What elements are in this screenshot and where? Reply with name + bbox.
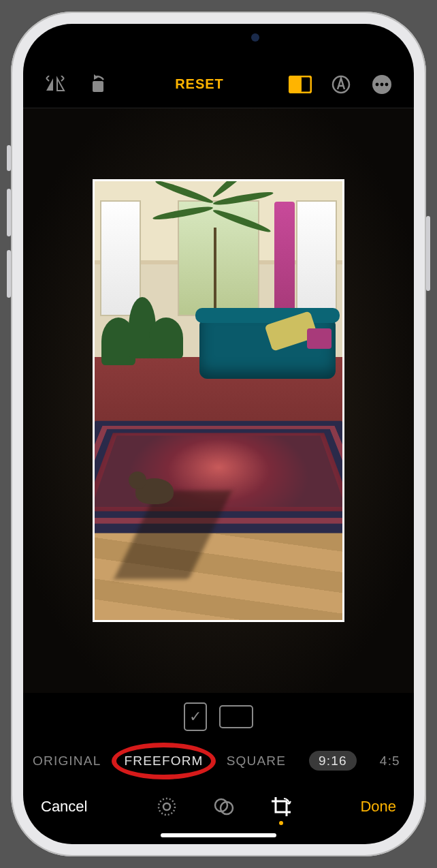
crop-handle-tl[interactable] [93,179,110,196]
svg-rect-0 [93,81,103,92]
reset-button[interactable]: RESET [175,76,224,91]
aspect-option-original[interactable]: ORIGINAL [30,751,103,771]
aspect-ratio-scroller[interactable]: ORIGINALFREEFORMSQUARE9:164:55:7 [23,741,414,781]
photo-canvas[interactable] [23,108,414,693]
crop-handle-bl[interactable] [93,605,110,622]
aspect-option-9-16[interactable]: 9:16 [306,751,359,771]
device-frame: RESET [11,12,426,856]
annotation-circle [112,743,215,779]
cancel-button[interactable]: Cancel [41,798,87,816]
hw-volume-up [7,189,11,236]
crop-handle-tr[interactable] [327,179,344,196]
aspect-option-4-5[interactable]: 4:5 [377,751,403,771]
markup-icon[interactable] [329,73,353,96]
svg-point-7 [385,82,389,86]
crop-handle-br[interactable] [327,605,344,622]
aspect-ratio-icon[interactable] [289,73,312,96]
crop-frame[interactable] [93,179,344,622]
done-button[interactable]: Done [360,798,396,816]
checkmark-icon: ✓ [189,708,201,726]
svg-point-8 [159,799,175,815]
svg-point-9 [163,803,170,810]
svg-rect-2 [289,76,302,93]
svg-point-6 [381,82,384,86]
orientation-portrait-button[interactable]: ✓ [184,702,207,731]
crop-mode-icon[interactable] [270,795,293,818]
crop-toolbar: RESET [23,61,414,108]
notch [130,24,307,51]
more-icon[interactable] [370,73,393,96]
rotate-icon[interactable] [87,73,110,96]
hw-power-button [426,216,430,291]
adjust-mode-icon[interactable] [155,795,178,818]
aspect-option-freeform[interactable]: FREEFORM [121,751,206,771]
aspect-option-square[interactable]: SQUARE [224,751,289,771]
home-indicator[interactable] [161,833,276,837]
svg-point-5 [376,82,379,86]
orientation-toggle: ✓ [23,693,414,741]
screen: RESET [23,24,414,844]
orientation-landscape-button[interactable] [219,705,253,728]
flip-icon[interactable] [44,73,67,96]
hw-volume-down [7,250,11,298]
hw-silent-switch [7,145,11,171]
filters-mode-icon[interactable] [212,795,236,818]
aspect-option-label: 9:16 [309,751,357,771]
